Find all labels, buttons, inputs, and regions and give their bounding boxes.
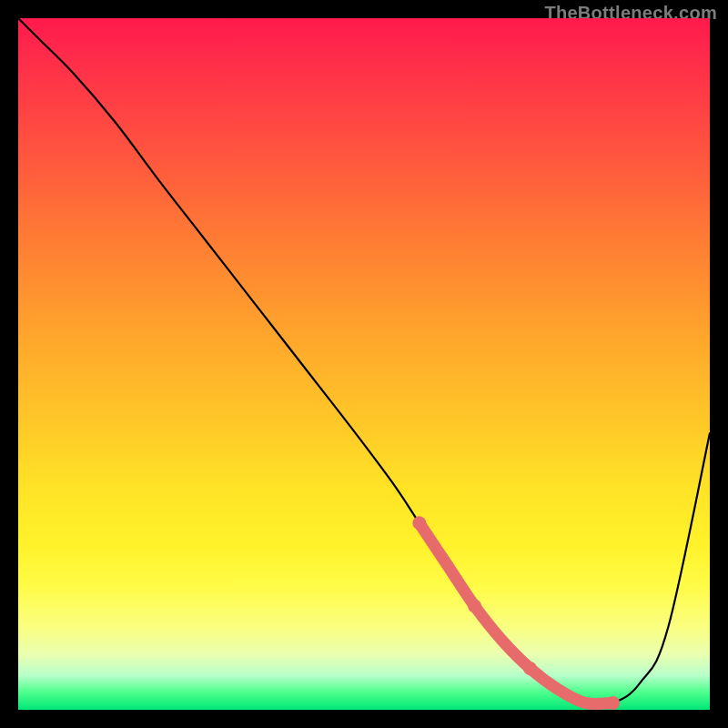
highlight-segment [420, 523, 613, 704]
bottleneck-curve [18, 18, 710, 705]
chart-container: TheBottleneck.com [0, 0, 728, 728]
plot-area [18, 18, 710, 710]
highlight-dots [412, 516, 620, 710]
highlight-dot [523, 662, 537, 675]
chart-svg [18, 18, 710, 710]
highlight-dot [606, 696, 620, 710]
highlight-dot [412, 516, 426, 530]
highlight-dot [468, 600, 481, 613]
